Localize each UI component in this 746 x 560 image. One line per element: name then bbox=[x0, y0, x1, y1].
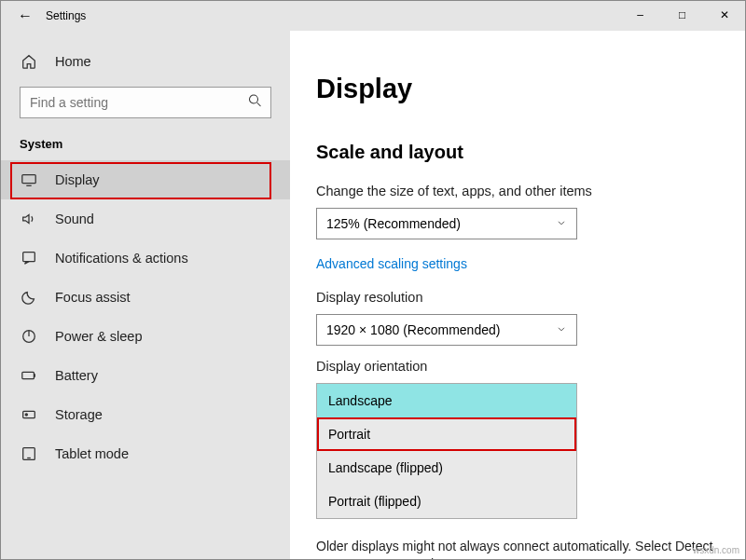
scale-value: 125% (Recommended) bbox=[326, 216, 461, 231]
advanced-scaling-link[interactable]: Advanced scaling settings bbox=[316, 256, 467, 271]
sidebar-item-sound[interactable]: Sound bbox=[1, 199, 290, 239]
sidebar-item-notifications[interactable]: Notifications & actions bbox=[1, 239, 290, 278]
sidebar-item-label: Focus assist bbox=[55, 290, 131, 305]
watermark: wsxdn.com bbox=[693, 545, 739, 555]
home-icon bbox=[20, 53, 38, 70]
svg-point-0 bbox=[250, 95, 258, 103]
sidebar: Home System Display Sound Notif bbox=[1, 31, 290, 559]
minimize-button[interactable]: – bbox=[619, 1, 661, 29]
search-input[interactable] bbox=[20, 87, 271, 118]
resolution-value: 1920 × 1080 (Recommended) bbox=[326, 322, 500, 337]
orientation-listbox[interactable]: Landscape Portrait Landscape (flipped) P… bbox=[316, 383, 577, 519]
svg-point-6 bbox=[25, 414, 27, 416]
close-button[interactable]: ✕ bbox=[703, 1, 745, 29]
sidebar-home[interactable]: Home bbox=[1, 44, 290, 79]
maximize-button[interactable]: □ bbox=[661, 1, 703, 29]
orientation-option-portrait-flipped[interactable]: Portrait (flipped) bbox=[317, 485, 576, 518]
focus-assist-icon bbox=[20, 289, 38, 306]
page-title: Display bbox=[316, 74, 745, 104]
sidebar-item-label: Power & sleep bbox=[55, 329, 143, 344]
sidebar-item-label: Display bbox=[55, 172, 100, 187]
highlight-box bbox=[10, 162, 271, 199]
sidebar-item-display[interactable]: Display bbox=[1, 160, 290, 199]
orientation-option-landscape[interactable]: Landscape bbox=[317, 384, 576, 417]
sound-icon bbox=[20, 211, 38, 227]
sidebar-item-label: Storage bbox=[55, 407, 103, 422]
sidebar-item-label: Notifications & actions bbox=[55, 251, 188, 266]
svg-rect-4 bbox=[22, 372, 35, 378]
power-icon bbox=[20, 328, 38, 345]
section-heading: Scale and layout bbox=[316, 142, 745, 163]
tablet-icon bbox=[20, 445, 38, 462]
resolution-combobox[interactable]: 1920 × 1080 (Recommended) bbox=[316, 314, 577, 346]
search-icon bbox=[248, 94, 262, 112]
scale-label: Change the size of text, apps, and other… bbox=[316, 184, 745, 198]
battery-icon bbox=[20, 367, 38, 384]
orientation-option-portrait[interactable]: Portrait bbox=[317, 417, 576, 451]
sidebar-item-label: Battery bbox=[55, 368, 98, 383]
svg-rect-1 bbox=[22, 175, 35, 184]
sidebar-item-label: Sound bbox=[55, 212, 94, 226]
sidebar-section-header: System bbox=[1, 131, 290, 160]
storage-icon bbox=[20, 406, 38, 423]
orientation-option-landscape-flipped[interactable]: Landscape (flipped) bbox=[317, 451, 576, 485]
window-title: Settings bbox=[46, 9, 86, 22]
sidebar-item-storage[interactable]: Storage bbox=[1, 395, 290, 434]
resolution-label: Display resolution bbox=[316, 290, 745, 305]
sidebar-item-tablet-mode[interactable]: Tablet mode bbox=[1, 434, 290, 473]
orientation-label: Display orientation bbox=[316, 359, 745, 374]
sidebar-item-battery[interactable]: Battery bbox=[1, 356, 290, 395]
sidebar-home-label: Home bbox=[55, 54, 91, 69]
display-icon bbox=[20, 171, 38, 188]
chevron-down-icon bbox=[556, 216, 567, 231]
content-pane: Display Scale and layout Change the size… bbox=[290, 31, 745, 559]
chevron-down-icon bbox=[556, 322, 567, 337]
helper-text: Older displays might not always connect … bbox=[316, 538, 717, 559]
notifications-icon bbox=[20, 250, 38, 266]
sidebar-item-label: Tablet mode bbox=[55, 446, 129, 461]
sidebar-item-power-sleep[interactable]: Power & sleep bbox=[1, 317, 290, 356]
svg-rect-2 bbox=[23, 253, 35, 262]
scale-combobox[interactable]: 125% (Recommended) bbox=[316, 208, 577, 239]
back-button[interactable]: ← bbox=[18, 7, 46, 24]
sidebar-item-focus-assist[interactable]: Focus assist bbox=[1, 278, 290, 317]
